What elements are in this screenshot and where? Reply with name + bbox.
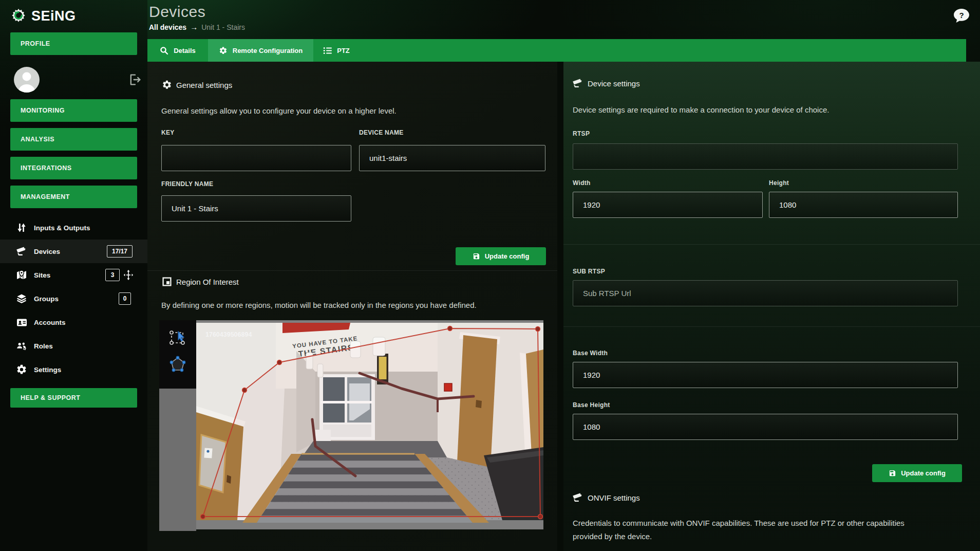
cctv-camera-icon: [15, 245, 28, 258]
brand-logo: SEiNG: [9, 7, 76, 25]
update-config-label: Update config: [901, 469, 946, 477]
sidebar-item-roles[interactable]: Roles: [0, 334, 147, 358]
sidebar-item-label: Sites: [34, 271, 50, 279]
base-height-label: Base Height: [573, 401, 610, 409]
onvif-settings-title: ONVIF settings: [588, 493, 640, 502]
map-location-icon: [15, 269, 28, 281]
camera-timestamp: 1760439506894: [205, 331, 252, 338]
sidebar-item-label: Devices: [34, 248, 60, 255]
update-config-label: Update config: [485, 252, 530, 260]
sites-count-badge: 3: [105, 269, 120, 281]
divider: [147, 270, 557, 271]
general-settings-description: General settings allow you to configure …: [161, 106, 397, 115]
sidebar-item-devices[interactable]: Devices 17/17: [0, 240, 147, 263]
key-field[interactable]: [161, 145, 351, 171]
rtsp-field[interactable]: [573, 143, 958, 170]
roi-title: Region Of Interest: [176, 278, 239, 286]
sidebar-item-label: Accounts: [34, 319, 66, 326]
save-icon: [889, 469, 896, 477]
brand-name: SEiNG: [31, 8, 76, 24]
width-field[interactable]: [573, 192, 763, 218]
tab-label: PTZ: [337, 47, 350, 54]
logout-icon[interactable]: [128, 72, 142, 89]
region-frame-icon: [162, 277, 172, 287]
friendly-name-field[interactable]: [161, 195, 351, 222]
help-glyph: ?: [959, 11, 964, 20]
general-settings-title: General settings: [176, 81, 232, 89]
sidebar-item-label: Roles: [34, 342, 53, 350]
friendly-name-label: FRIENDLY NAME: [161, 180, 213, 188]
sidebar-item-management[interactable]: MANAGEMENT: [10, 186, 137, 208]
height-label: Height: [769, 179, 789, 187]
roi-description: By defining one or more regions, motion …: [161, 301, 477, 309]
sidebar-item-label: Inputs & Outputs: [34, 224, 90, 232]
move-icon[interactable]: [123, 269, 134, 281]
layers-icon: [15, 292, 28, 305]
sidebar: SEiNG PROFILE MONITORING ANALYSIS INTEGR…: [0, 0, 147, 551]
width-label: Width: [573, 179, 591, 187]
tab-label: Remote Configuration: [233, 47, 303, 54]
help-bubble-icon[interactable]: ?: [952, 7, 971, 26]
stairwell-snapshot: YOU HAVE TO TAKE THE STAIRS: [196, 320, 543, 529]
page-title: Devices: [149, 3, 205, 21]
groups-count-badge: 0: [119, 292, 131, 305]
breadcrumb-current: Unit 1 - Stairs: [201, 23, 245, 31]
base-height-field[interactable]: [573, 414, 958, 440]
sidebar-item-label: Groups: [34, 295, 59, 303]
tab-remote-configuration[interactable]: Remote Configuration: [208, 39, 313, 62]
person-icon: [14, 67, 40, 93]
cctv-camera-icon: [572, 77, 584, 89]
help-support-button[interactable]: HELP & SUPPORT: [10, 388, 137, 408]
edit-region-tool[interactable]: [166, 326, 189, 349]
divider: [563, 326, 980, 327]
base-width-label: Base Width: [573, 350, 608, 357]
sidebar-item-integrations[interactable]: INTEGRATIONS: [10, 157, 137, 179]
cctv-camera-icon: [572, 491, 584, 504]
sidebar-item-groups[interactable]: Groups 0: [0, 287, 147, 310]
roi-camera-view[interactable]: YOU HAVE TO TAKE THE STAIRS: [196, 320, 543, 529]
avatar[interactable]: [14, 67, 40, 93]
save-icon: [473, 252, 480, 260]
breadcrumb: All devices → Unit 1 - Stairs: [149, 23, 245, 31]
sidebar-item-settings[interactable]: Settings: [0, 358, 147, 381]
gear-icon: [219, 46, 228, 55]
divider: [563, 244, 980, 245]
roi-toolbar: [159, 320, 196, 531]
arrows-up-down-icon: [15, 222, 28, 234]
sidebar-item-sites[interactable]: Sites 3: [0, 263, 147, 287]
base-width-field[interactable]: [573, 362, 958, 388]
breadcrumb-arrow-icon: →: [190, 23, 198, 31]
height-field[interactable]: [769, 192, 958, 218]
device-name-label: DEVICE NAME: [359, 129, 404, 136]
list-icon: [323, 46, 332, 55]
device-settings-title: Device settings: [588, 79, 640, 88]
sidebar-item-monitoring[interactable]: MONITORING: [10, 99, 137, 122]
key-label: KEY: [161, 129, 175, 136]
rtsp-label: RTSP: [573, 130, 590, 137]
devices-count-badge: 17/17: [107, 245, 133, 258]
sidebar-item-label: Settings: [34, 366, 61, 374]
tab-bar: Details Remote Configuration PTZ: [147, 39, 966, 62]
device-settings-description: Device settings are required to make a c…: [573, 105, 829, 114]
users-gear-icon: [15, 340, 28, 352]
roi-tools: [159, 320, 196, 389]
sidebar-item-inputs-outputs[interactable]: Inputs & Outputs: [0, 216, 147, 240]
search-icon: [160, 46, 168, 55]
sub-rtsp-label: SUB RTSP: [573, 268, 605, 275]
sidebar-item-analysis[interactable]: ANALYSIS: [10, 128, 137, 151]
tab-ptz[interactable]: PTZ: [313, 39, 360, 62]
update-config-button-device[interactable]: Update config: [872, 464, 962, 482]
sub-rtsp-field[interactable]: [573, 280, 958, 306]
breadcrumb-all-devices[interactable]: All devices: [149, 23, 186, 31]
id-card-icon: [15, 316, 28, 328]
device-name-field[interactable]: [359, 145, 545, 171]
gear-icon: [15, 363, 28, 376]
tab-label: Details: [174, 47, 196, 54]
sidebar-item-accounts[interactable]: Accounts: [0, 310, 147, 334]
draw-polygon-tool[interactable]: [166, 353, 189, 376]
update-config-button-general[interactable]: Update config: [456, 247, 546, 265]
gear-logo-icon: [9, 7, 28, 25]
tab-details[interactable]: Details: [147, 39, 208, 62]
onvif-description: Credentials to communicate with ONVIF ca…: [573, 517, 932, 544]
profile-button[interactable]: PROFILE: [10, 32, 137, 55]
